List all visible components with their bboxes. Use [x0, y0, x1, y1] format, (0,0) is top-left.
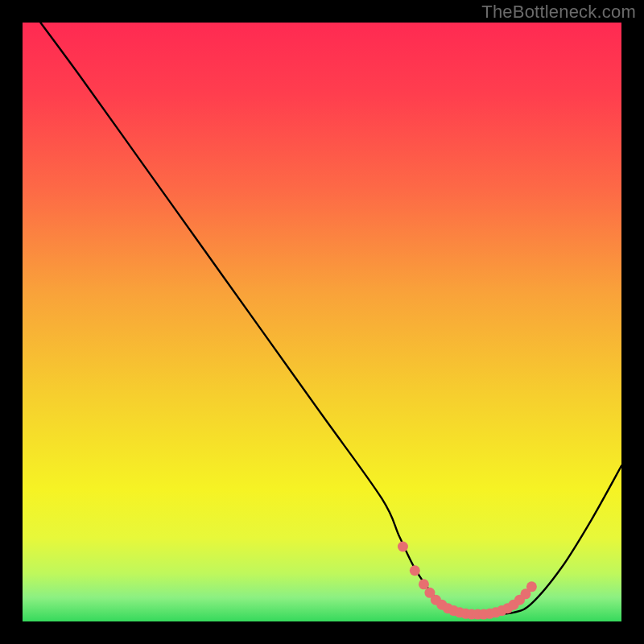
- chart-frame: TheBottleneck.com: [0, 0, 644, 644]
- optimal-marker: [410, 565, 420, 576]
- optimal-marker: [398, 542, 408, 552]
- watermark-text: TheBottleneck.com: [481, 2, 636, 23]
- plot-background: [23, 23, 621, 621]
- bottleneck-chart: [0, 0, 644, 644]
- optimal-marker: [526, 581, 537, 592]
- optimal-marker: [419, 579, 429, 589]
